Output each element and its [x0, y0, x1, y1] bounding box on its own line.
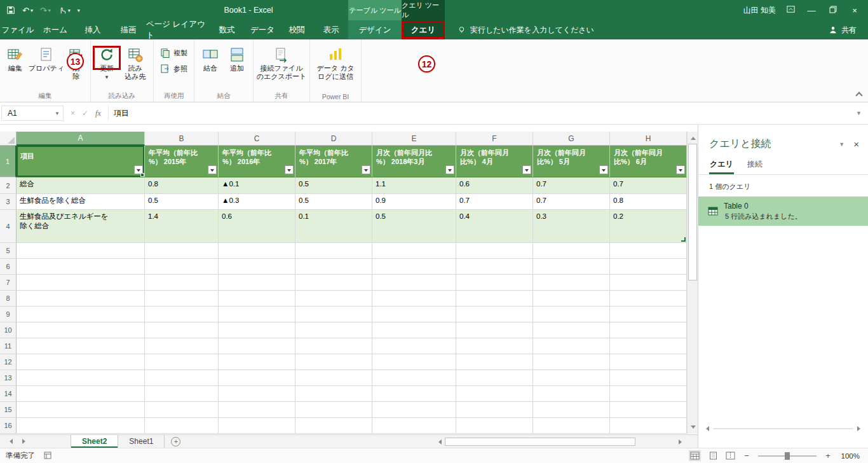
restore-button[interactable]	[827, 6, 839, 15]
empty-cell[interactable]	[610, 418, 687, 434]
empty-cell[interactable]	[219, 418, 295, 434]
empty-cell[interactable]	[372, 275, 456, 291]
zoom-out-button[interactable]: −	[743, 451, 750, 460]
column-header-d[interactable]: D	[295, 132, 372, 146]
ribbon-display-options-button[interactable]	[786, 4, 796, 16]
arrow-right-icon[interactable]	[857, 426, 863, 431]
zoom-level[interactable]: 100%	[839, 452, 860, 460]
scrollbar-track[interactable]	[713, 428, 853, 429]
empty-cell[interactable]	[372, 259, 456, 275]
tab-file[interactable]: ファイル	[0, 20, 36, 39]
empty-cell[interactable]	[219, 291, 295, 307]
send-to-data-catalog-button[interactable]: データ カタ ログに送信	[313, 41, 358, 91]
cell[interactable]: 0.4	[456, 210, 533, 243]
empty-cell[interactable]	[456, 402, 533, 418]
empty-cell[interactable]	[17, 402, 145, 418]
empty-cell[interactable]	[456, 322, 533, 338]
empty-cell[interactable]	[145, 338, 219, 354]
empty-cell[interactable]	[295, 386, 372, 402]
cell[interactable]: 総合	[17, 177, 145, 194]
table-header-cell[interactable]: 月次（前年同月比 %） 2018年3月	[372, 146, 456, 177]
table-header-cell[interactable]: 月次（前年同月 比%） 4月	[456, 146, 533, 177]
empty-cell[interactable]	[533, 386, 610, 402]
empty-cell[interactable]	[372, 402, 456, 418]
empty-cell[interactable]	[295, 275, 372, 291]
empty-cell[interactable]	[17, 418, 145, 434]
empty-cell[interactable]	[295, 402, 372, 418]
empty-cell[interactable]	[372, 322, 456, 338]
empty-cell[interactable]	[17, 291, 145, 307]
qat-customize-button[interactable]: ▾	[78, 8, 80, 13]
empty-cell[interactable]	[145, 370, 219, 386]
empty-cell[interactable]	[456, 243, 533, 259]
properties-button[interactable]: プロパティ	[28, 41, 65, 91]
empty-cell[interactable]	[145, 307, 219, 322]
cell[interactable]: 0.1	[295, 210, 372, 243]
empty-cell[interactable]	[456, 291, 533, 307]
empty-cell[interactable]	[610, 307, 687, 322]
append-button[interactable]: 追加	[224, 41, 250, 91]
filter-button[interactable]	[676, 165, 685, 174]
empty-cell[interactable]	[610, 322, 687, 338]
empty-cell[interactable]	[17, 259, 145, 275]
cell[interactable]: 0.6	[456, 177, 533, 194]
empty-cell[interactable]	[295, 354, 372, 370]
column-header-e[interactable]: E	[372, 132, 456, 146]
empty-cell[interactable]	[610, 354, 687, 370]
tab-query[interactable]: クエリ	[402, 20, 445, 39]
cell[interactable]: 0.5	[372, 210, 456, 243]
empty-cell[interactable]	[533, 418, 610, 434]
empty-cell[interactable]	[456, 275, 533, 291]
undo-button[interactable]: ↶▾	[22, 6, 33, 15]
empty-cell[interactable]	[372, 370, 456, 386]
pane-tab-connections[interactable]: 接続	[747, 157, 763, 174]
cell[interactable]: 0.5	[145, 194, 219, 210]
cell[interactable]: 0.7	[533, 177, 610, 194]
empty-cell[interactable]	[610, 275, 687, 291]
next-sheet-button[interactable]	[22, 439, 28, 444]
row-header[interactable]: 8	[0, 291, 17, 307]
empty-cell[interactable]	[456, 338, 533, 354]
pane-close-icon[interactable]: ×	[853, 139, 859, 149]
horizontal-scrollbar-thumb[interactable]	[445, 438, 635, 446]
filter-button[interactable]	[208, 165, 217, 174]
empty-cell[interactable]	[219, 243, 295, 259]
column-header-b[interactable]: B	[145, 132, 219, 146]
table-header-cell[interactable]: 月次（前年同月 比%） 5月	[533, 146, 610, 177]
empty-cell[interactable]	[610, 259, 687, 275]
empty-cell[interactable]	[145, 386, 219, 402]
empty-cell[interactable]	[145, 354, 219, 370]
pane-tab-queries[interactable]: クエリ	[709, 157, 734, 174]
filter-button[interactable]	[362, 165, 370, 174]
empty-cell[interactable]	[533, 275, 610, 291]
empty-cell[interactable]	[533, 370, 610, 386]
page-layout-view-button[interactable]	[709, 452, 718, 460]
empty-cell[interactable]	[17, 370, 145, 386]
empty-cell[interactable]	[145, 418, 219, 434]
empty-cell[interactable]	[533, 291, 610, 307]
empty-cell[interactable]	[456, 386, 533, 402]
cell[interactable]: 0.2	[610, 210, 687, 243]
empty-cell[interactable]	[456, 354, 533, 370]
empty-cell[interactable]	[145, 243, 219, 259]
row-header[interactable]: 4	[0, 210, 17, 243]
column-header-a[interactable]: A	[17, 132, 145, 146]
filter-button[interactable]	[445, 165, 454, 174]
empty-cell[interactable]	[219, 259, 295, 275]
row-header[interactable]: 10	[0, 322, 17, 338]
tab-home[interactable]: ホーム	[36, 20, 75, 39]
tab-view[interactable]: 表示	[314, 20, 348, 39]
edit-query-button[interactable]: 編集	[3, 41, 28, 91]
cell[interactable]: 0.6	[219, 210, 295, 243]
zoom-in-button[interactable]: +	[824, 451, 832, 460]
empty-cell[interactable]	[610, 243, 687, 259]
sheet-tab-sheet2[interactable]: Sheet2	[71, 435, 118, 448]
page-break-view-button[interactable]	[726, 452, 735, 460]
select-all-corner[interactable]	[0, 132, 17, 146]
empty-cell[interactable]	[17, 322, 145, 338]
empty-cell[interactable]	[295, 338, 372, 354]
empty-cell[interactable]	[610, 338, 687, 354]
row-header[interactable]: 1	[0, 146, 17, 177]
horizontal-scrollbar[interactable]	[434, 437, 686, 446]
filter-button[interactable]	[522, 165, 531, 174]
